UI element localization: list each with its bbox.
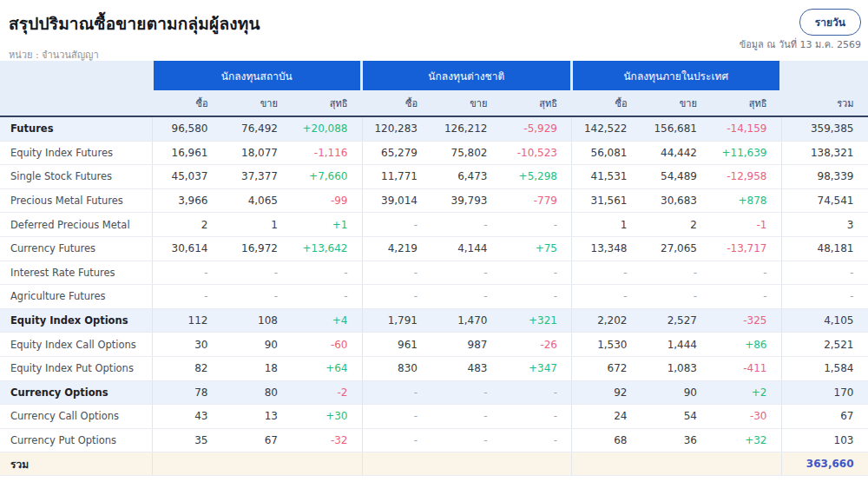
row-value-cell: 65,279 <box>362 142 432 165</box>
row-total-cell: 98,339 <box>781 165 868 188</box>
row-total-cell: 138,321 <box>781 142 868 165</box>
row-value-cell: +11,639 <box>711 142 781 165</box>
col-header-net: สุทธิ <box>502 96 572 111</box>
row-value-cell: 1,530 <box>571 333 641 356</box>
row-value-cell: -12,958 <box>711 165 781 188</box>
row-value-cell: +878 <box>711 189 781 213</box>
row-value-cell: -14,159 <box>711 117 781 141</box>
table-row: Equity Index Options112108+41,7911,470+3… <box>0 309 868 333</box>
row-value-cell: +4 <box>292 309 362 333</box>
col-header-net: สุทธิ <box>711 96 781 111</box>
row-total-cell: 1,584 <box>781 357 868 380</box>
col-header-sell: ขาย <box>641 96 712 111</box>
table-row: Deferred Precious Metal21+1---12-13 <box>0 213 868 237</box>
row-value-cell: 13,348 <box>571 237 641 261</box>
empty-cell <box>571 452 641 475</box>
row-value-cell: -10,523 <box>502 142 572 165</box>
row-total-cell: - <box>781 285 868 308</box>
row-value-cell: - <box>362 213 432 236</box>
row-value-cell: 11,771 <box>362 165 432 188</box>
investor-summary-table: นักลงทุนสถาบัน นักลงทุนต่างชาติ นักลงทุน… <box>0 61 868 476</box>
empty-cell <box>292 452 362 475</box>
row-value-cell: 78 <box>152 381 222 405</box>
empty-cell <box>641 452 712 475</box>
row-value-cell: 54,489 <box>641 165 712 188</box>
row-value-cell: - <box>222 261 293 285</box>
unit-label: หน่วย : จำนวนสัญญา <box>9 47 859 63</box>
row-value-cell: 37,377 <box>222 165 293 188</box>
row-value-cell: 3,966 <box>152 189 222 213</box>
grand-total-row: รวม 363,660 <box>0 452 868 476</box>
row-value-cell: 30,614 <box>152 237 222 261</box>
col-header-total: รวม <box>781 96 868 111</box>
row-value-cell: 30,683 <box>641 189 712 213</box>
row-value-cell: 108 <box>222 309 293 333</box>
row-value-cell: - <box>571 285 641 308</box>
table-row: Currency Call Options4313+30---2454-3067 <box>0 405 868 429</box>
group-header-institution: นักลงทุนสถาบัน <box>154 61 361 90</box>
row-value-cell: 96,580 <box>152 117 222 141</box>
row-value-cell: +64 <box>292 357 362 380</box>
row-label: Futures <box>0 122 152 135</box>
row-label: Equity Index Futures <box>0 147 152 159</box>
row-value-cell: 35 <box>152 429 222 452</box>
row-value-cell: 1,791 <box>362 309 432 333</box>
row-value-cell: -1,116 <box>292 142 362 165</box>
row-total-cell: 103 <box>781 429 868 452</box>
row-value-cell: -13,717 <box>711 237 781 261</box>
daily-period-button[interactable]: รายวัน <box>799 9 861 36</box>
col-header-net: สุทธิ <box>292 96 362 111</box>
page-title: สรุปปริมาณซื้อขายตามกลุ่มผู้ลงทุน <box>9 10 859 36</box>
table-row: Futures96,58076,492+20,088120,283126,212… <box>0 117 868 142</box>
row-label: Currency Futures <box>0 242 152 254</box>
row-value-cell: 24 <box>571 405 641 428</box>
row-value-cell: 30 <box>152 333 222 356</box>
row-value-cell: - <box>711 261 781 285</box>
row-value-cell: +75 <box>502 237 572 261</box>
row-value-cell: -779 <box>502 189 572 213</box>
row-total-cell: 48,181 <box>781 237 868 261</box>
row-value-cell: 2,202 <box>571 309 641 333</box>
row-value-cell: - <box>641 261 712 285</box>
col-header-sell: ขาย <box>222 96 293 111</box>
row-value-cell: 92 <box>571 381 641 405</box>
table-body: Futures96,58076,492+20,088120,283126,212… <box>0 117 868 452</box>
row-value-cell: - <box>362 261 432 285</box>
row-value-cell: 56,081 <box>571 142 641 165</box>
row-value-cell: 90 <box>222 333 293 356</box>
row-value-cell: 4,144 <box>431 237 502 261</box>
row-value-cell: +32 <box>711 429 781 452</box>
row-value-cell: 830 <box>362 357 432 380</box>
row-total-cell: - <box>781 261 868 285</box>
row-value-cell: 120,283 <box>362 117 432 141</box>
row-value-cell: 4,065 <box>222 189 293 213</box>
row-value-cell: 75,802 <box>431 142 502 165</box>
empty-cell <box>222 452 293 475</box>
row-total-cell: 74,541 <box>781 189 868 213</box>
row-value-cell: 18,077 <box>222 142 293 165</box>
col-header-sell: ขาย <box>431 96 502 111</box>
row-value-cell: - <box>502 285 572 308</box>
row-value-cell: 90 <box>641 381 712 405</box>
grand-total-label: รวม <box>0 456 152 472</box>
row-value-cell: - <box>431 213 502 236</box>
row-value-cell: 1 <box>222 213 293 236</box>
sub-header-row: ซื้อ ขาย สุทธิ ซื้อ ขาย สุทธิ ซื้อ ขาย ส… <box>0 90 868 117</box>
row-total-cell: 2,521 <box>781 333 868 356</box>
table-row: Agriculture Futures---------- <box>0 285 868 309</box>
row-label: Precious Metal Futures <box>0 195 152 207</box>
empty-cell <box>431 452 502 475</box>
row-value-cell: - <box>362 429 432 452</box>
row-value-cell: 36 <box>641 429 712 452</box>
row-value-cell: -99 <box>292 189 362 213</box>
row-value-cell: 156,681 <box>641 117 712 141</box>
row-value-cell: -325 <box>711 309 781 333</box>
table-row: Currency Options7880-2---9290+2170 <box>0 381 868 406</box>
empty-cell <box>502 452 572 475</box>
row-value-cell: +2 <box>711 381 781 405</box>
row-value-cell: 39,014 <box>362 189 432 213</box>
table-row: Precious Metal Futures3,9664,065-9939,01… <box>0 189 868 214</box>
row-value-cell: - <box>152 261 222 285</box>
row-value-cell: -2 <box>292 381 362 405</box>
row-value-cell: - <box>502 405 572 428</box>
